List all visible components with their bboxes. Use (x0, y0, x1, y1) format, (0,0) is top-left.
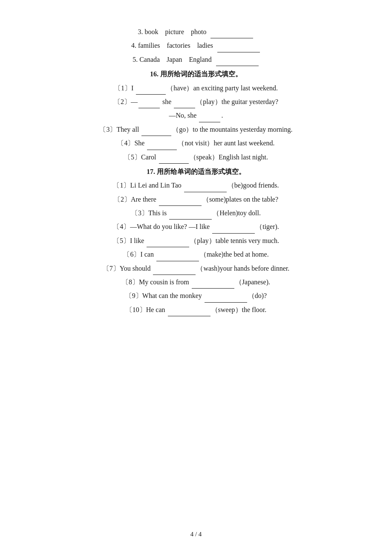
s17-item-2: 〔2〕Are there （some)plates on the table? (34, 193, 358, 206)
blank (205, 302, 247, 303)
blank (147, 247, 189, 247)
blank (169, 219, 212, 220)
blank (153, 275, 196, 275)
blank (199, 122, 220, 122)
s16-item-2: 〔2〕— she （play）the guitar yesterday? (34, 95, 358, 108)
page-content: 3. book picture photo 4. families factor… (0, 0, 392, 352)
page-number: 4 / 4 (190, 531, 202, 538)
s17-item-7: 〔7〕You should （wash)your hands before di… (34, 262, 358, 275)
s16-item-5: 〔5〕Carol （speak）English last night. (34, 151, 358, 164)
blank (210, 38, 253, 38)
s17-item-8: 〔8〕My cousin is from （Japanese). (34, 276, 358, 289)
blank (159, 163, 189, 164)
section-16-title: 16. 用所给词的适当形式填空。 (34, 68, 358, 81)
s17-item-4: 〔4〕—What do you like? —I like （tiger). (34, 220, 358, 233)
s16-item-2b: —No, she . (34, 109, 358, 122)
section-16: 16. 用所给词的适当形式填空。 〔1〕I （have）an exciting … (34, 68, 358, 164)
pre-section: 3. book picture photo 4. families factor… (34, 26, 358, 66)
blank (138, 108, 160, 108)
blank (141, 136, 171, 136)
s17-item-5: 〔5〕I like （play）table tennis very much. (34, 234, 358, 247)
blank (192, 288, 234, 289)
pre-line-2: 4. families factories ladies (34, 39, 358, 52)
section-17-title: 17. 用所给单词的适当形式填空。 (34, 165, 358, 178)
s16-item-4: 〔4〕She （not visit）her aunt last weekend. (34, 137, 358, 150)
blank (184, 192, 227, 192)
s16-item-1: 〔1〕I （have）an exciting party last weeken… (34, 82, 358, 95)
blank (174, 108, 195, 108)
s17-item-6: 〔6〕I can （make)the bed at home. (34, 248, 358, 261)
section-17: 17. 用所给单词的适当形式填空。 〔1〕Li Lei and Lin Tao … (34, 165, 358, 316)
s17-item-10: 〔10〕He can （sweep）the floor. (34, 304, 358, 316)
blank (136, 94, 166, 95)
blank (156, 261, 199, 261)
blank (147, 150, 177, 150)
blank (168, 316, 210, 316)
s17-item-9: 〔9〕What can the monkey （do)? (34, 289, 358, 302)
blank (217, 52, 260, 52)
s17-item-1: 〔1〕Li Lei and Lin Tao （be)good friends. (34, 179, 358, 192)
pre-line-1: 3. book picture photo (34, 26, 358, 38)
s16-item-3: 〔3〕They all （go）to the mountains yesterd… (34, 123, 358, 136)
s17-item-3: 〔3〕This is （Helen)toy doll. (34, 207, 358, 220)
blank (159, 205, 202, 206)
blank (216, 66, 259, 66)
pre-line-3: 5. Canada Japan England (34, 53, 358, 66)
blank (212, 233, 255, 234)
